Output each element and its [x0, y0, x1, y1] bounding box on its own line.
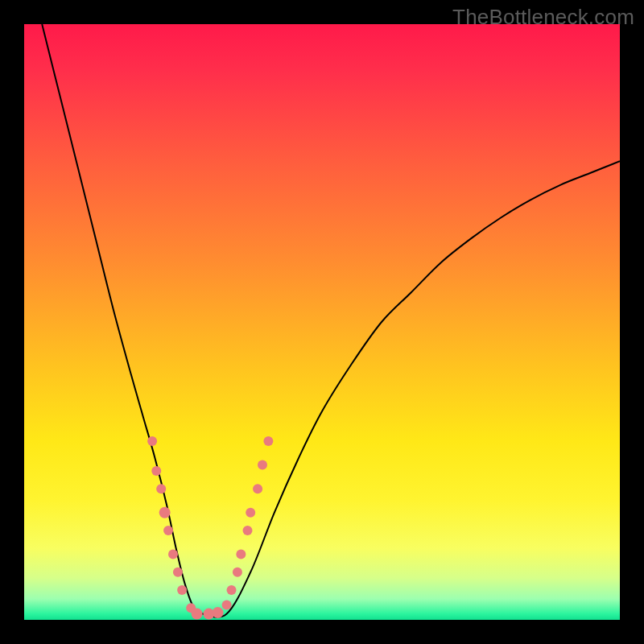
chart-frame: TheBottleneck.com	[0, 0, 644, 644]
data-marker	[233, 568, 242, 577]
data-marker	[253, 484, 262, 493]
curve-layer	[24, 24, 620, 620]
data-marker	[147, 436, 157, 446]
data-marker	[213, 607, 224, 618]
bottleneck-curve	[42, 24, 620, 617]
data-marker	[227, 585, 237, 595]
plot-area	[24, 24, 620, 620]
data-marker	[177, 585, 187, 595]
data-marker	[258, 460, 267, 470]
data-marker	[151, 466, 161, 476]
data-marker	[173, 568, 183, 577]
data-marker	[236, 550, 246, 559]
data-marker	[156, 484, 166, 493]
data-marker	[192, 609, 203, 620]
marker-group	[147, 436, 273, 620]
data-marker	[159, 507, 171, 518]
watermark-text: TheBottleneck.com	[452, 5, 634, 30]
data-marker	[263, 436, 273, 446]
data-marker	[163, 526, 173, 535]
data-marker	[243, 526, 253, 535]
data-marker	[246, 508, 255, 518]
data-marker	[168, 550, 178, 559]
data-marker	[222, 601, 232, 610]
